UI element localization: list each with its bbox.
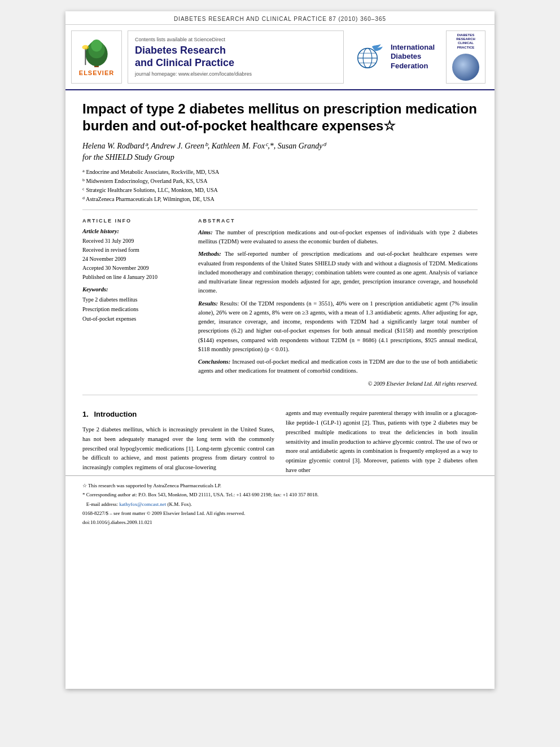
elsevier-logo: ELSEVIER bbox=[71, 30, 122, 84]
journal-homepage: journal homepage: www.elsevier.com/locat… bbox=[135, 71, 336, 77]
affil-4: ᵈ AstraZeneca Pharmaceuticals LP, Wilmin… bbox=[82, 195, 478, 204]
intro-right-para: agents and may eventually require parent… bbox=[286, 409, 478, 475]
page: DIABETES RESEARCH AND CLINICAL PRACTICE … bbox=[65, 11, 495, 689]
journal-header-bar: DIABETES RESEARCH AND CLINICAL PRACTICE … bbox=[65, 11, 495, 25]
affiliations: ᵃ Endocrine and Metabolic Associates, Ro… bbox=[82, 168, 478, 210]
keywords-list: Type 2 diabetes mellitus Prescription me… bbox=[82, 295, 187, 324]
journal-citation: DIABETES RESEARCH AND CLINICAL PRACTICE … bbox=[174, 16, 386, 22]
conclusions-text: Increased out-of-pocket medical and medi… bbox=[198, 359, 478, 374]
keywords-title: Keywords: bbox=[82, 286, 187, 292]
history-text: Received 31 July 2009 Received in revise… bbox=[82, 237, 187, 282]
keyword-1: Type 2 diabetes mellitus bbox=[82, 296, 137, 303]
conclusions-label: Conclusions: bbox=[198, 359, 230, 365]
sciencedirect-line: Contents lists available at ScienceDirec… bbox=[135, 37, 336, 42]
article-info-abstract: ARTICLE INFO Article history: Received 3… bbox=[82, 218, 478, 395]
abstract-aims: Aims: The number of prescription medicat… bbox=[198, 228, 478, 247]
journal-title: Diabetes Researchand Clinical Practice bbox=[135, 45, 336, 69]
article-info-block: ARTICLE INFO Article history: Received 3… bbox=[82, 218, 187, 388]
footnote-issn: 0168-8227/$ – see front matter © 2009 El… bbox=[82, 509, 478, 517]
email-link[interactable]: kathyfox@comcast.net bbox=[119, 501, 166, 507]
elsevier-tree-icon bbox=[80, 37, 113, 68]
cover-graphic bbox=[452, 54, 479, 81]
history-line-3: 24 November 2009 bbox=[82, 256, 126, 262]
elsevier-wordmark: ELSEVIER bbox=[79, 69, 114, 76]
footnote-corresponding: * Corresponding author at: P.O. Box 543,… bbox=[82, 491, 478, 499]
introduction-section: 1. Introduction Type 2 diabetes mellitus… bbox=[65, 409, 495, 475]
history-line-2: Received in revised form bbox=[82, 247, 139, 253]
idf-section: International Diabetes Federation bbox=[349, 30, 440, 84]
footnote-doi: doi:10.1016/j.diabres.2009.11.021 bbox=[82, 519, 152, 525]
article-title: Impact of type 2 diabetes mellitus on pr… bbox=[82, 101, 478, 134]
idf-logo-icon bbox=[355, 41, 386, 72]
affil-1: ᵃ Endocrine and Metabolic Associates, Ro… bbox=[82, 168, 478, 177]
intro-left-para: Type 2 diabetes mellitus, which is incre… bbox=[82, 425, 274, 473]
history-line-5: Published on line 4 January 2010 bbox=[82, 274, 158, 280]
abstract-header: ABSTRACT bbox=[198, 218, 478, 224]
aims-label: Aims: bbox=[198, 229, 213, 235]
methods-label: Methods: bbox=[198, 251, 221, 257]
svg-point-5 bbox=[82, 45, 89, 50]
results-text: Results: Of the T2DM respondents (n = 35… bbox=[198, 300, 478, 352]
article-info-header: ARTICLE INFO bbox=[82, 218, 187, 224]
abstract-results: Results: Results: Of the T2DM respondent… bbox=[198, 299, 478, 355]
journal-cover: DIABETESRESEARCHCLINICAL PRACTICE bbox=[446, 30, 485, 84]
abstract-methods: Methods: The self-reported number of pre… bbox=[198, 250, 478, 295]
footnote-star: ☆ This research was supported by AstraZe… bbox=[82, 482, 478, 490]
introduction-right: agents and may eventually require parent… bbox=[286, 409, 478, 475]
cover-label: DIABETESRESEARCHCLINICAL PRACTICE bbox=[449, 33, 483, 50]
section-title-text: Introduction bbox=[94, 410, 137, 418]
abstract-conclusions: Conclusions: Increased out-of-pocket med… bbox=[198, 357, 478, 376]
results-label: Results: bbox=[198, 300, 218, 307]
keyword-3: Out-of-pocket expenses bbox=[82, 316, 136, 322]
authors-line: Helena W. Rodbardᵃ, Andrew J. Greenᵇ, Ka… bbox=[82, 141, 478, 151]
section-title: 1. Introduction bbox=[82, 409, 274, 421]
methods-text: The self-reported number of prescription… bbox=[198, 251, 478, 294]
keyword-2: Prescription medications bbox=[82, 306, 138, 312]
affil-3: ᶜ Strategic Healthcare Solutions, LLC, M… bbox=[82, 186, 478, 195]
history-line-1: Received 31 July 2009 bbox=[82, 238, 134, 244]
affil-2: ᵇ Midwestern Endocrinology, Overland Par… bbox=[82, 177, 478, 186]
idf-name: International Diabetes Federation bbox=[391, 43, 435, 72]
footnotes: ☆ This research was supported by AstraZe… bbox=[65, 475, 495, 531]
footnote-email: E-mail address: kathyfox@comcast.net (K.… bbox=[82, 500, 478, 508]
svg-point-3 bbox=[91, 40, 102, 52]
abstract-text: Aims: The number of prescription medicat… bbox=[198, 228, 478, 388]
introduction-left: 1. Introduction Type 2 diabetes mellitus… bbox=[82, 409, 274, 475]
main-content: Impact of type 2 diabetes mellitus on pr… bbox=[65, 90, 495, 409]
copyright-line: © 2009 Elsevier Ireland Ltd. All rights … bbox=[198, 379, 478, 388]
study-group: for the SHIELD Study Group bbox=[82, 153, 478, 162]
history-title: Article history: bbox=[82, 228, 187, 234]
history-line-4: Accepted 30 November 2009 bbox=[82, 265, 148, 271]
abstract-block: ABSTRACT Aims: The number of prescriptio… bbox=[198, 218, 478, 388]
journal-title-block: Contents lists available at ScienceDirec… bbox=[128, 30, 344, 84]
journal-header: ELSEVIER Contents lists available at Sci… bbox=[65, 25, 495, 90]
aims-text: The number of prescription medications a… bbox=[198, 229, 478, 244]
section-number: 1. bbox=[82, 410, 89, 418]
